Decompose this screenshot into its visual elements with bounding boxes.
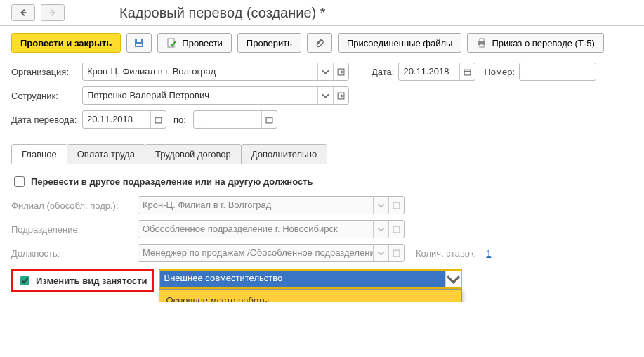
- floppy-icon: [133, 37, 145, 48]
- change-employment-checkbox[interactable]: [20, 276, 29, 285]
- top-bar: Кадровый перевод (создание) *: [0, 0, 644, 26]
- dept-label: Подразделение:: [11, 224, 133, 235]
- svg-rect-14: [393, 250, 400, 257]
- org-label: Организация:: [11, 67, 78, 77]
- tab-body-main: Перевести в другое подразделение или на …: [0, 164, 644, 302]
- post-icon: [166, 37, 178, 48]
- change-employment-highlight: Изменить вид занятости: [11, 269, 154, 292]
- open-icon: [388, 245, 404, 261]
- svg-rect-11: [266, 117, 272, 123]
- svg-rect-3: [168, 39, 174, 47]
- form-area: Организация: Крон-Ц. Филиал в г. Волгогр…: [0, 60, 644, 137]
- tab-main[interactable]: Главное: [11, 144, 67, 164]
- org-field[interactable]: Крон-Ц. Филиал в г. Волгоград: [82, 63, 349, 81]
- printer-icon: [476, 37, 487, 48]
- branch-field: Крон-Ц. Филиал в г. Волгоград: [138, 196, 405, 214]
- position-label: Должность:: [11, 248, 133, 259]
- attached-files-button[interactable]: Присоединенные файлы: [338, 33, 462, 53]
- dropdown-icon[interactable]: [317, 87, 333, 104]
- save-button[interactable]: [126, 33, 152, 53]
- employment-type-field[interactable]: Внешнее совместительство Основное место …: [159, 269, 462, 289]
- check-button[interactable]: Проверить: [237, 33, 301, 53]
- open-icon: [388, 197, 404, 214]
- page-title: Кадровый перевод (создание) *: [119, 5, 326, 21]
- employee-field[interactable]: Петренко Валерий Петрович: [82, 86, 349, 105]
- date-label: Дата:: [372, 67, 394, 77]
- branch-label: Филиал (обособл. подр.):: [11, 200, 133, 211]
- tab-extra[interactable]: Дополнительно: [241, 144, 328, 164]
- svg-rect-1: [136, 44, 142, 46]
- dropdown-option-main[interactable]: Основное место работы: [159, 290, 461, 302]
- position-field: Менеджер по продажам /Обособленное подра…: [138, 244, 405, 262]
- transfer-date-label: Дата перевода:: [11, 115, 78, 125]
- number-label: Номер:: [484, 67, 515, 77]
- transfer-checkbox[interactable]: [14, 176, 25, 187]
- paperclip-icon: [314, 37, 325, 48]
- transfer-checkbox-label: Перевести в другое подразделение или на …: [31, 176, 313, 187]
- dropdown-icon: [373, 197, 388, 214]
- dropdown-icon: [373, 221, 388, 238]
- svg-rect-5: [480, 39, 484, 41]
- number-field[interactable]: [519, 63, 596, 81]
- transfer-date-field[interactable]: 20.11.2018: [82, 110, 166, 129]
- svg-rect-12: [393, 202, 400, 209]
- calendar-icon[interactable]: [150, 111, 166, 128]
- employee-label: Сотрудник:: [11, 91, 78, 101]
- tabs: Главное Оплата труда Трудовой договор До…: [11, 144, 633, 164]
- doc-date-field[interactable]: 20.11.2018: [398, 63, 475, 81]
- svg-rect-6: [480, 44, 484, 47]
- dropdown-icon[interactable]: [317, 63, 333, 80]
- nav-forward-button[interactable]: [41, 4, 65, 21]
- dropdown-icon: [373, 245, 388, 261]
- attach-button[interactable]: [307, 33, 332, 53]
- tab-pay[interactable]: Оплата труда: [67, 144, 145, 164]
- svg-rect-2: [137, 39, 141, 42]
- to-label: по:: [173, 115, 186, 125]
- svg-rect-13: [393, 226, 400, 233]
- employment-type-dropdown: Основное место работы Внешнее совместите…: [159, 289, 462, 302]
- to-date-field[interactable]: . .: [193, 110, 277, 129]
- open-icon[interactable]: [333, 63, 348, 80]
- order-button[interactable]: Приказ о переводе (Т-5): [467, 33, 603, 53]
- post-button[interactable]: Провести: [157, 33, 232, 53]
- open-icon: [388, 221, 404, 238]
- change-employment-label: Изменить вид занятости: [36, 275, 147, 286]
- rates-label: Колич. ставок:: [416, 248, 476, 259]
- tab-contract[interactable]: Трудовой договор: [145, 144, 242, 164]
- calendar-icon[interactable]: [459, 63, 475, 80]
- calendar-icon[interactable]: [261, 111, 277, 128]
- post-and-close-button[interactable]: Провести и закрыть: [11, 33, 121, 53]
- toolbar: Провести и закрыть Провести Проверить Пр…: [0, 26, 644, 60]
- rates-value-link[interactable]: 1: [486, 248, 491, 259]
- open-icon[interactable]: [333, 87, 348, 104]
- nav-back-button[interactable]: [11, 4, 35, 21]
- dropdown-icon[interactable]: [445, 271, 461, 287]
- dept-field: Обособленное подразделение г. Новосибирс…: [138, 220, 405, 238]
- svg-rect-8: [465, 70, 471, 75]
- svg-rect-10: [155, 117, 162, 123]
